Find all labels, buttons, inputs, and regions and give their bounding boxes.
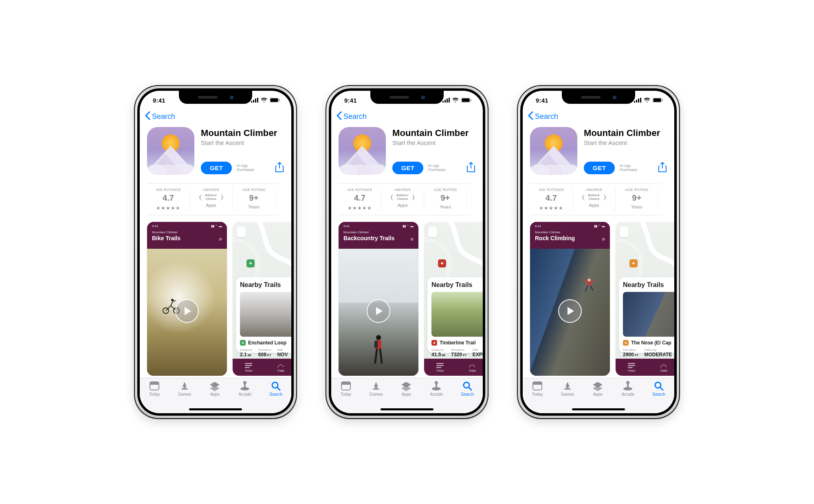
tab-search[interactable]: Search bbox=[461, 381, 474, 397]
app-icon[interactable] bbox=[339, 127, 386, 174]
screenshot-map[interactable]: ✦Nearby Trails✦Timberline TrailDistance4… bbox=[424, 222, 483, 376]
trail-badge-icon: ✦ bbox=[623, 340, 629, 346]
home-indicator[interactable] bbox=[189, 408, 242, 410]
info-strip[interactable]: 41K RATINGS4.7★★★★★AWARDS❨Editors'Choice… bbox=[339, 183, 475, 215]
age-label: AGE RATING bbox=[242, 188, 266, 192]
trail-thumbnail bbox=[623, 292, 674, 337]
svg-rect-0 bbox=[251, 101, 252, 103]
mini-status-bar: 9:41▮▮ ⌃ ▬ bbox=[343, 224, 414, 228]
status-icons bbox=[634, 98, 663, 103]
tab-apps[interactable]: Apps bbox=[209, 381, 220, 397]
trail-meta-row: Distance2.1MIElevation608FTDiffiNOV bbox=[240, 348, 291, 357]
age-sub: Years bbox=[248, 204, 260, 209]
games-icon bbox=[179, 381, 190, 391]
svg-rect-10 bbox=[245, 363, 252, 364]
search-icon: ⌕ bbox=[411, 236, 414, 241]
tab-bar: TodayGamesAppsArcadeSearch bbox=[523, 378, 674, 413]
tab-games[interactable]: Games bbox=[561, 381, 574, 397]
play-icon[interactable] bbox=[175, 299, 199, 323]
screenshot-overline: Mountain Climber bbox=[343, 230, 414, 234]
tab-games[interactable]: Games bbox=[178, 381, 191, 397]
get-button[interactable]: GET bbox=[392, 162, 423, 174]
app-icon[interactable] bbox=[530, 127, 577, 174]
screenshot-carousel[interactable]: 9:41▮▮ ⌃ ▬Mountain ClimberRock Climbing⌕… bbox=[523, 215, 674, 376]
awards-label: AWARDS bbox=[586, 188, 603, 192]
awards-sub: Apps bbox=[397, 203, 407, 208]
svg-rect-34 bbox=[436, 365, 444, 366]
share-icon[interactable] bbox=[466, 162, 475, 174]
nav-back[interactable]: Search bbox=[331, 110, 483, 126]
ratings-label: 41K RATINGS bbox=[347, 188, 372, 192]
tab-today[interactable]: Today bbox=[340, 381, 352, 397]
get-button[interactable]: GET bbox=[584, 162, 615, 174]
tab-arcade[interactable]: Arcade bbox=[622, 381, 635, 397]
svg-rect-29 bbox=[471, 99, 471, 101]
screenshot-bottom-bar: FeedTrailsN bbox=[233, 359, 291, 376]
app-subtitle: Start the Ascent bbox=[392, 139, 475, 146]
screenshot-title: Bike Trails bbox=[152, 235, 180, 241]
screenshot-primary[interactable]: 9:41▮▮ ⌃ ▬Mountain ClimberBike Trails⌕ bbox=[147, 222, 227, 376]
app-subtitle: Start the Ascent bbox=[584, 139, 667, 146]
tab-search[interactable]: Search bbox=[652, 381, 665, 397]
home-indicator[interactable] bbox=[381, 408, 433, 410]
tab-apps[interactable]: Apps bbox=[592, 381, 603, 397]
trail-meta: DiffiEXPE bbox=[473, 348, 483, 357]
tab-apps[interactable]: Apps bbox=[400, 381, 412, 397]
play-icon[interactable] bbox=[558, 299, 582, 323]
meta-label: Elevation bbox=[258, 348, 272, 352]
nav-back[interactable]: Search bbox=[523, 110, 674, 126]
status-time: 9:41 bbox=[536, 97, 548, 104]
screenshot-map[interactable]: ✦Nearby Trails✦Enchanted LoopDistance2.1… bbox=[233, 222, 291, 376]
play-icon[interactable] bbox=[367, 299, 390, 323]
age-label: AGE RATING bbox=[433, 188, 457, 192]
trail-row[interactable]: ✦Enchanted Loop bbox=[240, 340, 291, 346]
awards-label: AWARDS bbox=[394, 188, 411, 192]
apps-icon bbox=[209, 381, 220, 391]
svg-line-45 bbox=[469, 387, 471, 390]
app-header: Mountain ClimberStart the AscentGETIn-Ap… bbox=[140, 126, 291, 180]
svg-rect-49 bbox=[640, 98, 641, 103]
tab-arcade[interactable]: Arcade bbox=[430, 381, 443, 397]
tab-label: Today bbox=[149, 392, 160, 397]
meta-label: Elevation bbox=[623, 348, 638, 352]
tab-label: Games bbox=[370, 392, 383, 397]
screenshot-primary[interactable]: 9:41▮▮ ⌃ ▬Mountain ClimberBackcountry Tr… bbox=[339, 222, 418, 376]
info-strip[interactable]: 41K RATINGS4.7★★★★★AWARDS❨Editors'Choice… bbox=[147, 183, 284, 215]
screenshot-carousel[interactable]: 9:41▮▮ ⌃ ▬Mountain ClimberBike Trails⌕✦N… bbox=[140, 215, 291, 376]
meta-value: MODERATE bbox=[644, 352, 672, 357]
screenshot-primary[interactable]: 9:41▮▮ ⌃ ▬Mountain ClimberRock Climbing⌕ bbox=[530, 222, 610, 376]
meta-value: 2.1MI bbox=[240, 352, 253, 357]
search-icon: ⌕ bbox=[602, 236, 605, 241]
bb-trails: Trails bbox=[456, 359, 483, 376]
iap-label: In-AppPurchases bbox=[620, 164, 637, 172]
trail-thumbnail bbox=[240, 292, 291, 337]
share-icon[interactable] bbox=[658, 162, 667, 174]
map-layers-icon bbox=[428, 227, 437, 237]
tab-label: Today bbox=[532, 392, 543, 397]
tab-arcade[interactable]: Arcade bbox=[239, 381, 252, 397]
trail-row[interactable]: ✦Timberline Trail bbox=[431, 340, 483, 346]
tab-search[interactable]: Search bbox=[269, 381, 282, 397]
svg-point-40 bbox=[377, 387, 378, 388]
nearby-panel: Nearby Trails✦The Nose (El CapElevation2… bbox=[619, 277, 674, 353]
screenshot-map[interactable]: ✦Nearby Trails✦The Nose (El CapElevation… bbox=[616, 222, 674, 376]
get-button[interactable]: GET bbox=[201, 162, 232, 174]
trail-name: Timberline Trail bbox=[440, 340, 475, 346]
nav-back[interactable]: Search bbox=[140, 110, 291, 126]
nav-back-label: Search bbox=[152, 112, 175, 121]
share-icon[interactable] bbox=[275, 162, 284, 174]
tab-today[interactable]: Today bbox=[532, 381, 543, 397]
tab-today[interactable]: Today bbox=[149, 381, 160, 397]
trail-row[interactable]: ✦The Nose (El Cap bbox=[623, 340, 674, 346]
chevron-back-icon bbox=[145, 111, 150, 122]
home-indicator[interactable] bbox=[572, 408, 625, 410]
svg-rect-52 bbox=[662, 99, 663, 101]
screenshot-carousel[interactable]: 9:41▮▮ ⌃ ▬Mountain ClimberBackcountry Tr… bbox=[331, 215, 483, 376]
app-icon[interactable] bbox=[147, 127, 194, 174]
app-title: Mountain Climber bbox=[201, 128, 284, 138]
info-strip[interactable]: 41K RATINGS4.7★★★★★AWARDS❨Editors'Choice… bbox=[530, 183, 667, 215]
tab-games[interactable]: Games bbox=[370, 381, 383, 397]
stage: 9:41SearchMountain ClimberStart the Asce… bbox=[0, 0, 814, 504]
meta-value: 2900FT bbox=[623, 352, 638, 357]
tab-label: Arcade bbox=[239, 392, 252, 397]
